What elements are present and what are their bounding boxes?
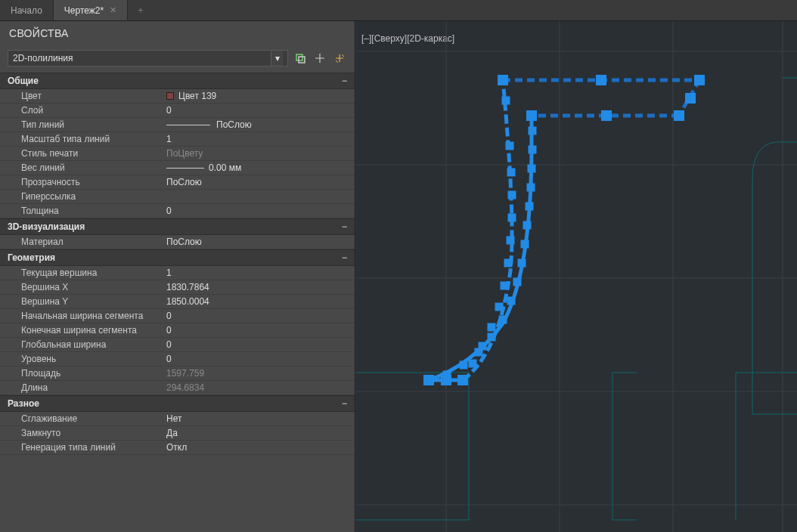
prop-label-vertex-x: Вершина X [0,282,165,292]
svg-rect-28 [506,142,513,150]
section-general-header[interactable]: Общие − [0,73,355,89]
svg-rect-16 [526,203,533,210]
object-selector-row: 2D-полилиния ▾ [0,47,355,73]
svg-rect-1 [299,57,305,63]
drawing-viewport[interactable]: [–][Сверху][2D-каркас] [355,21,797,532]
section-geometry-header[interactable]: Геометрия − [0,249,355,266]
prop-value-start-width[interactable]: 0 [165,311,355,321]
prop-label-thickness: Толщина [0,206,165,216]
prop-label-ltscale: Масштаб типа линий [0,134,165,144]
line-sample-icon [166,125,210,125]
collapse-icon[interactable]: − [342,221,347,232]
prop-value-fit[interactable]: Нет [165,413,355,424]
section-misc-header[interactable]: Разное − [0,395,355,412]
section-3d-header[interactable]: 3D-визуализация − [0,218,355,235]
quick-select-icon[interactable] [332,51,347,66]
prop-label-hyperlink: Гиперссылка [0,191,165,202]
prop-value-layer[interactable]: 0 [165,105,355,116]
svg-rect-29 [507,169,515,176]
svg-rect-33 [504,259,512,267]
prop-value-lineweight[interactable]: 0.00 мм [165,162,355,173]
prop-label-area: Площадь [0,368,165,379]
prop-label-plotstyle: Стиль печати [0,148,165,159]
close-icon[interactable]: ✕ [110,5,116,15]
prop-label-elevation: Уровень [0,354,165,364]
add-tab-button[interactable]: ＋ [131,4,150,17]
toggle-pickadd-icon[interactable] [293,51,308,66]
prop-value-end-width[interactable]: 0 [165,325,355,336]
prop-value-area: 1597.759 [165,368,355,379]
prop-label-lineweight: Вес линий [0,162,165,173]
selected-polyline[interactable] [429,80,699,380]
tab-home[interactable]: Начало [0,0,54,20]
collapse-icon[interactable]: − [342,252,347,263]
prop-value-ltscale[interactable]: 1 [165,134,355,144]
svg-rect-30 [508,191,516,199]
select-objects-icon[interactable] [312,51,327,66]
prop-label-transparency: Прозрачность [0,177,165,187]
prop-value-color[interactable]: Цвет 139 [165,91,355,101]
prop-value-vertex-y[interactable]: 1850.0004 [165,296,355,307]
svg-rect-37 [479,342,486,350]
select-value: 2D-полилиния [13,53,73,63]
svg-rect-42 [685,93,696,104]
svg-rect-12 [529,127,536,135]
collapse-icon[interactable]: − [342,76,347,86]
vertex-grips[interactable] [423,75,705,385]
prop-label-material: Материал [0,237,165,247]
svg-rect-44 [601,110,612,121]
prop-value-thickness[interactable]: 0 [165,206,355,216]
prop-label-closed: Замкнуто [0,428,165,438]
color-swatch-icon [166,92,174,100]
collapse-icon[interactable]: − [342,398,347,409]
prop-value-length: 294.6834 [165,382,355,393]
svg-rect-27 [502,97,510,104]
svg-rect-31 [508,214,516,221]
svg-rect-39 [498,75,508,85]
prop-label-linetype: Тип линий [0,119,165,130]
prop-label-ltgen: Генерация типа линий [0,442,165,453]
svg-rect-14 [528,165,535,172]
svg-rect-18 [521,240,529,248]
svg-rect-36 [488,323,495,331]
svg-rect-35 [495,303,503,311]
prop-label-vertex-y: Вершина Y [0,296,165,307]
section-title: 3D-визуализация [8,221,85,232]
section-title: Геометрия [8,252,55,263]
background-geometry [355,78,797,520]
prop-value-transparency[interactable]: ПоСлою [165,177,355,187]
prop-value-vertex-x[interactable]: 1830.7864 [165,282,355,292]
tab-drawing[interactable]: Чертеж2* ✕ [54,0,128,20]
section-title: Общие [8,76,39,86]
svg-rect-40 [596,75,606,85]
prop-label-fit: Сглаживание [0,413,165,424]
svg-rect-38 [469,360,476,367]
prop-value-linetype[interactable]: ПоСлою [165,119,355,130]
prop-value-cur-vertex[interactable]: 1 [165,268,355,278]
viewport-canvas[interactable] [355,21,797,532]
svg-rect-43 [674,110,684,121]
prop-value-global-width[interactable]: 0 [165,339,355,350]
properties-panel: СВОЙСТВА 2D-полилиния ▾ Общие − Цвет Цве… [0,21,355,532]
curve-markers [443,97,536,379]
main-area: СВОЙСТВА 2D-полилиния ▾ Общие − Цвет Цве… [0,21,797,532]
prop-value-ltgen[interactable]: Откл [165,442,355,453]
svg-rect-17 [523,221,531,229]
chevron-down-icon: ▾ [271,51,283,66]
svg-rect-20 [513,278,521,286]
prop-value-closed[interactable]: Да [165,428,355,438]
object-type-select[interactable]: 2D-полилиния ▾ [8,50,288,66]
svg-rect-23 [488,333,495,341]
svg-rect-45 [526,110,537,121]
prop-label-start-width: Начальная ширина сегмента [0,311,165,321]
prop-label-color: Цвет [0,91,165,101]
svg-rect-46 [423,375,434,385]
section-title: Разное [8,398,39,409]
prop-label-layer: Слой [0,105,165,116]
svg-rect-15 [527,184,535,191]
prop-label-cur-vertex: Текущая вершина [0,268,165,278]
grid [355,21,797,532]
prop-value-material[interactable]: ПоСлою [165,237,355,247]
svg-rect-0 [296,54,302,60]
prop-value-elevation[interactable]: 0 [165,354,355,364]
